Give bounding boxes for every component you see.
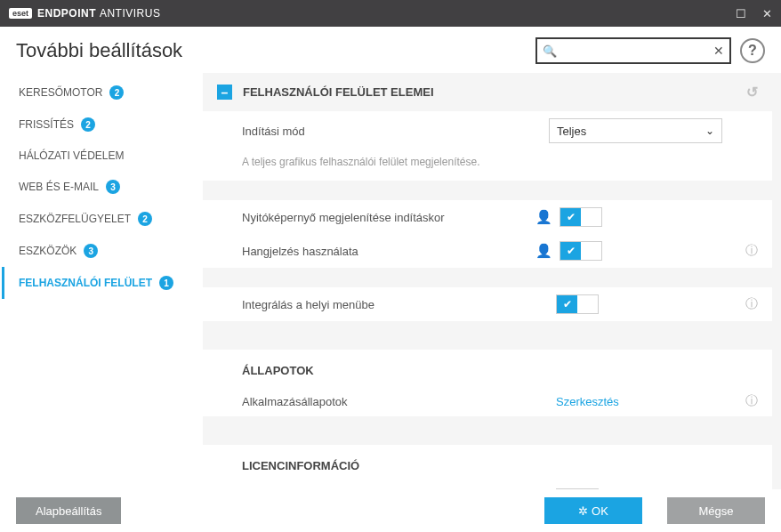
- default-button[interactable]: Alapbeállítás: [16, 497, 121, 524]
- start-mode-label: Indítási mód: [242, 125, 535, 138]
- sidebar-item-label: ESZKÖZFELÜGYELET: [19, 213, 131, 225]
- sidebar-item-label: HÁLÓZATI VÉDELEM: [19, 149, 124, 162]
- collapse-icon[interactable]: –: [217, 85, 232, 100]
- sidebar-item-device-control[interactable]: ESZKÖZFELÜGYELET 2: [2, 203, 203, 235]
- sidebar-badge: 3: [84, 244, 98, 258]
- app-states-label: Alkalmazásállapotok: [242, 395, 535, 408]
- sidebar-item-web-email[interactable]: WEB ÉS E-MAIL 3: [2, 171, 203, 203]
- brand-badge: eset: [9, 8, 32, 19]
- brand-text: ENDPOINT ANTIVIRUS: [37, 7, 160, 20]
- chevron-down-icon: ⌄: [705, 125, 714, 137]
- sidebar-item-network[interactable]: HÁLÓZATI VÉDELEM: [2, 141, 203, 171]
- question-icon: ?: [748, 43, 757, 59]
- section-header-license: LICENCINFORMÁCIÓ: [203, 445, 772, 481]
- sound-label: Hangjelzés használata: [242, 245, 535, 258]
- close-icon[interactable]: ✕: [762, 7, 772, 20]
- sidebar-item-label: FELHASZNÁLÓI FELÜLET: [19, 277, 152, 289]
- start-mode-desc: A teljes grafikus felhasználói felület m…: [203, 150, 772, 181]
- sidebar-badge: 2: [138, 212, 152, 226]
- user-icon: 👤: [535, 209, 552, 225]
- context-toggle[interactable]: ✔: [556, 294, 599, 314]
- sidebar-badge: 2: [109, 85, 124, 100]
- sidebar-item-ui[interactable]: FELHASZNÁLÓI FELÜLET 1: [2, 267, 203, 299]
- search-input[interactable]: [560, 44, 713, 58]
- sidebar: KERESŐMOTOR 2 FRISSÍTÉS 2 HÁLÓZATI VÉDEL…: [0, 73, 203, 489]
- cancel-button[interactable]: Mégse: [667, 497, 765, 524]
- row-context-menu: Integrálás a helyi menübe ✔ ⓘ: [203, 287, 772, 321]
- sidebar-item-update[interactable]: FRISSÍTÉS 2: [2, 109, 203, 141]
- edit-link[interactable]: Szerkesztés: [556, 395, 619, 408]
- check-icon: ✔: [567, 245, 576, 257]
- sidebar-item-label: KERESŐMOTOR: [19, 86, 102, 99]
- row-license-show: Licencadatok megjelenítése ✔: [203, 481, 772, 489]
- footer: Alapbeállítás ✲ OK Mégse: [0, 489, 781, 532]
- search-box[interactable]: 🔍 ✕: [535, 37, 731, 64]
- undo-icon[interactable]: ↺: [746, 84, 758, 101]
- row-splash: Nyitóképernyő megjelenítése indításkor 👤…: [203, 200, 772, 234]
- splash-toggle[interactable]: ✔: [560, 207, 602, 227]
- check-icon: ✔: [563, 298, 572, 310]
- maximize-icon[interactable]: ☐: [736, 7, 746, 20]
- titlebar: eset ENDPOINT ANTIVIRUS ☐ ✕: [0, 0, 781, 27]
- sidebar-badge: 1: [159, 276, 173, 290]
- info-icon[interactable]: ⓘ: [745, 393, 758, 409]
- context-label: Integrálás a helyi menübe: [242, 298, 535, 311]
- help-button[interactable]: ?: [740, 38, 765, 63]
- info-icon[interactable]: ⓘ: [745, 243, 758, 259]
- content: – FELHASZNÁLÓI FELÜLET ELEMEI ↺ Indítási…: [203, 73, 781, 489]
- check-icon: ✔: [567, 211, 576, 223]
- ok-button[interactable]: ✲ OK: [544, 497, 642, 524]
- page-title: További beállítások: [16, 39, 182, 62]
- brand: eset ENDPOINT ANTIVIRUS: [9, 7, 160, 20]
- sidebar-item-tools[interactable]: ESZKÖZÖK 3: [2, 235, 203, 267]
- splash-label: Nyitóképernyő megjelenítése indításkor: [242, 211, 535, 224]
- separator: [203, 268, 772, 287]
- license-show-toggle[interactable]: ✔: [556, 488, 599, 489]
- content-scroll[interactable]: – FELHASZNÁLÓI FELÜLET ELEMEI ↺ Indítási…: [203, 73, 772, 489]
- header: További beállítások 🔍 ✕ ?: [0, 27, 781, 73]
- start-mode-select[interactable]: Teljes ⌄: [549, 118, 722, 143]
- row-app-states: Alkalmazásállapotok Szerkesztés ⓘ: [203, 386, 772, 416]
- row-start-mode: Indítási mód Teljes ⌄: [203, 111, 772, 150]
- separator: [203, 181, 772, 200]
- window-controls: ☐ ✕: [736, 7, 772, 20]
- sidebar-item-label: ESZKÖZÖK: [19, 245, 76, 257]
- section-header-states: ÁLLAPOTOK: [203, 350, 772, 386]
- sidebar-item-label: WEB ÉS E-MAIL: [19, 181, 99, 193]
- start-mode-value: Teljes: [557, 125, 586, 138]
- section-title: FELHASZNÁLÓI FELÜLET ELEMEI: [243, 85, 434, 99]
- user-icon: 👤: [535, 243, 552, 259]
- sidebar-item-engine[interactable]: KERESŐMOTOR 2: [2, 77, 203, 109]
- separator: [203, 416, 772, 445]
- separator: [203, 321, 772, 350]
- gear-icon: ✲: [578, 504, 588, 518]
- row-sound: Hangjelzés használata 👤 ✔ ⓘ: [203, 234, 772, 268]
- info-icon[interactable]: ⓘ: [745, 296, 758, 312]
- sound-toggle[interactable]: ✔: [560, 241, 602, 261]
- clear-search-icon[interactable]: ✕: [713, 44, 724, 58]
- sidebar-badge: 3: [106, 180, 120, 194]
- section-header-ui-elements[interactable]: – FELHASZNÁLÓI FELÜLET ELEMEI ↺: [203, 73, 772, 111]
- search-icon: 🔍: [543, 44, 557, 58]
- sidebar-item-label: FRISSÍTÉS: [19, 118, 74, 131]
- sidebar-badge: 2: [81, 117, 95, 132]
